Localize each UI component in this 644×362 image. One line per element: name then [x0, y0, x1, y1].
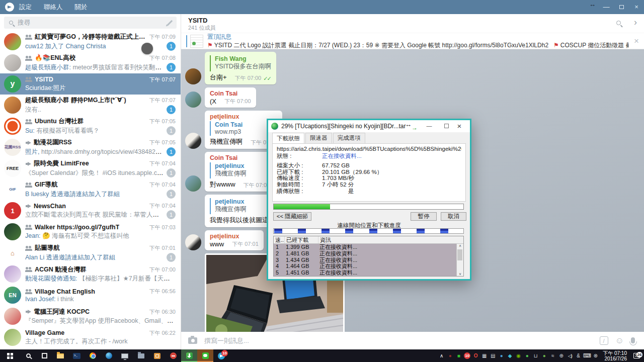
- tab-speed-limiter[interactable]: 限速器: [305, 133, 332, 143]
- action-center-button[interactable]: 26: [630, 353, 643, 358]
- tray-icon[interactable]: ▤: [489, 349, 497, 362]
- tray-icon[interactable]: &: [574, 349, 583, 362]
- message[interactable]: Fish Wang YSITD很多在台南啊 台南+ 下午 07:00 ✓✓: [185, 52, 644, 84]
- tray-icon[interactable]: ▦: [480, 349, 489, 362]
- message-sender[interactable]: petjelinux: [210, 233, 259, 240]
- remote-desktop-icon[interactable]: [117, 349, 133, 362]
- teamviewer-icon[interactable]: [165, 349, 181, 362]
- pinned-close-icon[interactable]: ×: [634, 36, 639, 46]
- pause-button[interactable]: 暫停: [411, 212, 437, 221]
- chat-list-item[interactable]: 花園RSS 動漫花園RSS 下午 07:05 照片, http://share.…: [0, 137, 181, 158]
- chat-list-item[interactable]: ACGN 動漫台灣群 下午 07:00 動漫花園發佈通知: 【極影字幕社】★7月…: [0, 263, 181, 285]
- message-input[interactable]: 撰寫一則訊息...: [204, 336, 593, 345]
- search-input[interactable]: 搜尋: [4, 17, 177, 29]
- chat-list-item[interactable]: Walker https://goo.gl/7gufhT 下午 07:03 Je…: [0, 221, 181, 242]
- chat-preview: 動漫花園發佈通知: 【極影字幕社】★7月新番【天真與閃電】【Amaama to …: [25, 275, 176, 283]
- taskbar-clock[interactable]: 下午 07:10 2016/7/26: [603, 350, 627, 361]
- compose-pencil-icon[interactable]: [167, 20, 173, 25]
- documents-icon[interactable]: [133, 349, 149, 362]
- scroll-down-icon[interactable]: ∨: [459, 272, 461, 276]
- table-row[interactable]: 2 1.481 GB 正在接收資料...: [274, 250, 463, 257]
- tray-icon[interactable]: 10: [464, 352, 470, 359]
- tray-icon[interactable]: ●: [540, 349, 548, 362]
- chat-search-icon[interactable]: [616, 21, 621, 25]
- chat-list-item[interactable]: 超級長頸鹿小群 靜待PMG上市(*´∀`) 下午 07:07 沒有.. 1: [0, 95, 181, 116]
- tray-icon[interactable]: ◁): [566, 349, 574, 362]
- tray-icon[interactable]: ◉: [514, 349, 523, 362]
- tray-icon[interactable]: ⌨: [583, 349, 591, 362]
- menu-settings[interactable]: 設定: [19, 3, 32, 12]
- powershell-icon[interactable]: [68, 349, 85, 362]
- chat-list-item[interactable]: Village Game 下午 06:22 主人！工作完成了。再次工作 - /w…: [0, 327, 181, 348]
- scrollbar-thumb[interactable]: [457, 249, 462, 260]
- microphone-icon[interactable]: [631, 337, 635, 343]
- tray-icon[interactable]: O: [471, 349, 480, 362]
- menu-about[interactable]: 關於: [75, 3, 88, 12]
- taskbar-search-button[interactable]: [20, 349, 36, 362]
- chat-list-item[interactable]: EN Village Chat English 下午 06:56 Ivan Jo…: [0, 285, 181, 306]
- tab-on-complete[interactable]: 完成選項: [333, 133, 365, 143]
- scroll-up-icon[interactable]: ∧: [459, 244, 461, 248]
- virtualbox-icon[interactable]: [149, 349, 165, 362]
- tray-icon[interactable]: ⊗: [591, 349, 600, 362]
- menu-contacts[interactable]: 聯絡人: [44, 3, 63, 12]
- chat-list-item[interactable]: Ubuntu 台灣社群 下午 07:05 Su: 有模擬器可玩看看嗎？ 1: [0, 116, 181, 137]
- dialog-maximize-button[interactable]: [444, 124, 449, 128]
- table-header[interactable]: 速.. 已經下載 資訊: [274, 236, 463, 244]
- dialog-minimize-button[interactable]: —: [425, 120, 434, 131]
- reply-quote[interactable]: Fish Wang YSITD很多在台南啊: [210, 55, 271, 71]
- chat-list-item[interactable]: 1 NewsChan 下午 07:04 立院不斷電表決到周五午夜 親民黨嗆：草菅…: [0, 200, 181, 221]
- tray-icon[interactable]: ◆: [506, 349, 514, 362]
- window-minimize-button[interactable]: —: [599, 0, 614, 14]
- idm-taskbar-icon[interactable]: [181, 349, 197, 362]
- tray-icon[interactable]: ■: [454, 349, 463, 362]
- file-explorer-icon[interactable]: [52, 349, 68, 362]
- task-view-button[interactable]: [36, 349, 52, 362]
- tray-icon[interactable]: ●: [446, 349, 454, 362]
- table-row[interactable]: 1 1.399 GB 正在接收資料...: [274, 244, 463, 250]
- cancel-button[interactable]: 取消: [441, 212, 466, 221]
- chat-list-item[interactable]: 🔥📚ENL高校 下午 07:08 超級長頸鹿小群: meteor男孩版留言看到快…: [0, 52, 181, 73]
- table-row[interactable]: 6 1.424 GB 正在接收資料...: [274, 276, 463, 277]
- chat-avatar: GIF: [4, 181, 21, 198]
- chat-list-item[interactable]: 紅黃寶可夢GO，冷靜等待遊戲正式上市 Pokémon GO [ENL] 本...…: [0, 31, 181, 52]
- tray-icon[interactable]: ⊕: [557, 349, 566, 362]
- dialog-titlebar[interactable]: 29% [TUcaptions][Shingeki no Kyojin][BDr…: [268, 120, 470, 132]
- chat-list-item[interactable]: FREE 限時免費 LimitFree 下午 07:04 《Super Cale…: [0, 158, 181, 179]
- window-maximize-button[interactable]: [614, 0, 629, 14]
- tray-icon[interactable]: ●: [523, 349, 531, 362]
- chevron-right-icon[interactable]: ›: [634, 17, 637, 28]
- message-sender[interactable]: Coin Tsai: [210, 154, 270, 161]
- message[interactable]: Coin Tsai (X 下午 07:00: [185, 87, 644, 108]
- tab-download-status[interactable]: 下載狀態: [272, 133, 304, 144]
- telegram-taskbar-icon[interactable]: 10: [213, 349, 229, 362]
- line-taskbar-icon[interactable]: [197, 349, 213, 362]
- dialog-close-button[interactable]: ×: [455, 120, 464, 132]
- chrome-icon[interactable]: [85, 349, 101, 362]
- window-close-button[interactable]: ×: [629, 0, 644, 14]
- chat-header[interactable]: YSITD 241 位成員 ›: [181, 14, 644, 33]
- download-dialog[interactable]: 29% [TUcaptions][Shingeki no Kyojin][BDr…: [267, 119, 471, 281]
- attach-camera-icon[interactable]: [188, 337, 197, 344]
- reply-quote[interactable]: petjelinux 飛機宣傳啊: [210, 162, 270, 178]
- chat-list-item[interactable]: y YSITD 下午 07:07 Sciuridae:照片: [0, 73, 181, 95]
- bot-command-icon[interactable]: /: [600, 336, 608, 345]
- table-row[interactable]: 3 1.434 GB 正在接收資料...: [274, 257, 463, 263]
- start-button[interactable]: [0, 349, 20, 362]
- chat-list-item[interactable]: GIF GIF導航 下午 07:04 B luesky 透過邀請連結加入了群組 …: [0, 179, 181, 200]
- message-time: 下午 07:01: [232, 240, 259, 248]
- message-sender[interactable]: Coin Tsai: [210, 90, 251, 97]
- chat-list-item[interactable]: 電腦王阿達 KOCPC 下午 06:30 『Semper』英文學習App 使用F…: [0, 306, 181, 327]
- emoji-icon[interactable]: ☺: [615, 336, 624, 345]
- tray-icon[interactable]: ●: [497, 349, 506, 362]
- edge-icon[interactable]: [101, 349, 117, 362]
- tray-icon[interactable]: ≈: [548, 349, 557, 362]
- chat-list-item[interactable]: ⌂ 貼圖導航 下午 07:01 Alan Li 透過邀請連結加入了群組 1: [0, 242, 181, 263]
- tray-icon[interactable]: ⊔: [531, 349, 540, 362]
- tray-icon[interactable]: ∧: [437, 349, 446, 362]
- message-avatar: [185, 133, 201, 149]
- table-row[interactable]: 4 1.464 GB 正在接收資料...: [274, 263, 463, 269]
- hide-details-button[interactable]: << 隱藏細節: [273, 212, 311, 221]
- pinned-message-bar[interactable]: 置頂訊息 ⚑YSITD 二代 Logo 設計票選 截止日期：7/27 (WED.…: [181, 33, 644, 49]
- table-row[interactable]: 5 1.451 GB 正在接收資料...: [274, 269, 463, 276]
